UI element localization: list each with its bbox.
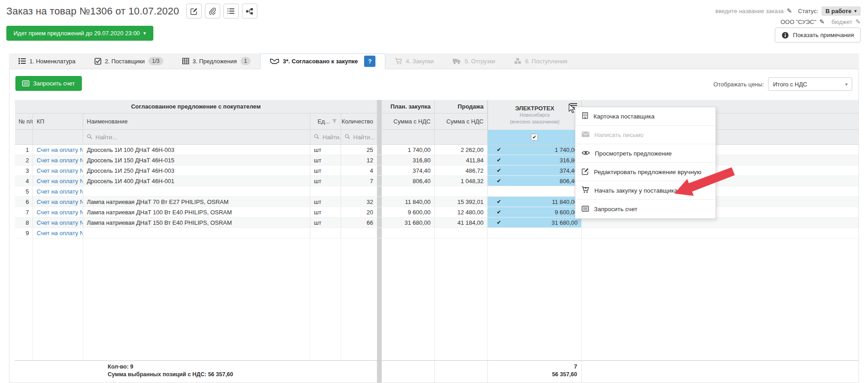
supplier-offer-cell[interactable]: ✔ 9 600,00 — [488, 207, 582, 217]
column-splitter — [377, 228, 382, 238]
invoice-link[interactable]: Счет на оплату №16 — [37, 199, 83, 205]
content-panel: Запросить счет Отображать цены: Итого с … — [9, 69, 859, 383]
column-splitter[interactable] — [377, 113, 382, 129]
plan-sum-cell — [382, 228, 435, 238]
product-name-cell: Лампа натриевая ДНаТ 100 Вт E40 PHILIPS,… — [83, 207, 310, 217]
filler-cell — [15, 238, 33, 360]
checkmark-icon: ✔ — [497, 147, 501, 153]
invoice-link[interactable]: Счет на оплату №16 — [37, 157, 83, 164]
accepting-offers-label: Идет прием предложений до 29.07.2020 23:… — [14, 30, 140, 37]
invoice-link[interactable]: Счет на оплату №16 — [37, 167, 83, 174]
search-unit-input[interactable]: Найти... — [310, 130, 341, 144]
invoice-link[interactable]: Счет на оплату №16 — [37, 209, 83, 216]
table-row: 1 Счет на оплату №16 Дроссель 1И 100 ДНа… — [15, 145, 859, 155]
tab-offers[interactable]: 3. Предложения 1 — [173, 53, 260, 69]
column-splitter — [377, 155, 382, 165]
product-name-cell: Дроссель 1И 250 ДНаТ 46Н-003 — [83, 165, 310, 175]
show-notes-button[interactable]: Показать примечания — [775, 28, 861, 43]
tab-shipments: 5. Отгрузки — [443, 53, 505, 69]
filter-icon[interactable] — [332, 118, 337, 125]
column-splitter[interactable] — [377, 130, 382, 144]
column-splitter[interactable] — [377, 100, 382, 113]
sale-sum-cell: 2 262,00 — [435, 145, 488, 155]
column-splitter — [377, 145, 382, 155]
footer-empty — [382, 361, 435, 383]
chevron-down-icon: ▾ — [143, 30, 146, 36]
filler-cell — [435, 238, 488, 360]
search-icon — [314, 134, 319, 141]
tab-purchases: 4. Закупки — [385, 53, 443, 69]
supplier-offer-cell[interactable]: ✔ 1 740,00 — [488, 145, 582, 155]
invoice-link[interactable]: Счет на оплату №16 — [37, 219, 83, 226]
product-name-cell: Дроссель 1И 100 ДНаТ 46Н-003 — [83, 145, 310, 155]
order-list-button[interactable] — [223, 4, 239, 19]
supplier-offer-cell[interactable]: ✔ — [488, 228, 582, 238]
supplier-offer-cell[interactable]: ✔ — [488, 186, 582, 196]
supplier-column-header[interactable]: ЭЛЕКТРОТЕХ Новосибирск (внесено заказчик… — [488, 100, 582, 130]
menu-item-label: Карточка поставщика — [593, 113, 655, 120]
supplier-offer-cell[interactable]: ✔ 316,80 — [488, 155, 582, 165]
invoice-link[interactable]: Счет на оплату №16 — [37, 188, 83, 195]
kp-cell: Счет на оплату №16 — [33, 207, 83, 217]
product-name-cell: Дроссель 1И 150 ДНаТ 46Н-015 — [83, 155, 310, 165]
accepting-offers-button[interactable]: Идет прием предложений до 29.07.2020 23:… — [6, 26, 153, 41]
tab-badge: 1/3 — [148, 57, 163, 65]
invoice-link[interactable]: Счет на оплату №16 — [37, 147, 83, 153]
invoice-link[interactable]: Счет на оплату №16 — [37, 230, 83, 236]
menu-item-request-invoice[interactable]: Запросить счет — [575, 200, 716, 218]
supplier-total-count: 7 — [491, 363, 577, 371]
menu-item-supplier-card[interactable]: Карточка поставщика — [575, 107, 716, 126]
quantity-cell — [341, 186, 377, 196]
totals-left: Кол-во: 9 Сумма выбранных позиций с НДС:… — [15, 361, 377, 383]
request-invoice-button[interactable]: Запросить счет — [15, 76, 82, 91]
tab-approved-for-purchase[interactable]: 3*. Согласовано к закупке ? — [260, 53, 385, 69]
search-quantity-input[interactable]: Найти... — [341, 130, 377, 144]
edit-pencil-icon[interactable]: ✎ — [787, 7, 792, 14]
attachments-button[interactable] — [205, 4, 220, 19]
edit-order-button[interactable] — [186, 4, 202, 19]
column-splitter — [377, 238, 382, 360]
search-icon — [345, 134, 350, 141]
menu-item-view-offer[interactable]: Просмотреть предложение — [575, 144, 716, 163]
edit-budget-icon[interactable]: ✎ — [855, 18, 861, 25]
search-empty — [15, 130, 33, 144]
select-all-supplier-cell: ✔ — [488, 130, 582, 144]
supplier-offer-cell[interactable]: ✔ 31 680,00 — [488, 218, 582, 227]
chevron-down-icon: ▾ — [854, 8, 857, 14]
search-empty — [33, 130, 83, 144]
structure-button[interactable] — [242, 4, 257, 19]
menu-item-label: Начать закупку у поставщика — [594, 187, 678, 194]
column-splitter — [377, 207, 382, 217]
order-name-placeholder[interactable]: введите название заказа — [716, 8, 784, 14]
unit-cell — [310, 186, 341, 196]
tab-label: 3. Предложения — [193, 58, 237, 65]
sale-sum-cell: 41 184,00 — [435, 218, 488, 227]
display-prices-select[interactable]: Итого с НДС ▾ — [768, 77, 852, 91]
invoice-link[interactable]: Счет на оплату №16 — [37, 178, 83, 184]
edit-company-icon[interactable]: ✎ — [820, 18, 825, 25]
status-dropdown[interactable]: В работе ▾ — [821, 6, 861, 16]
tab-suppliers[interactable]: 2. Поставщики 1/3 — [85, 53, 173, 69]
unit-cell — [310, 228, 341, 238]
column-plan-sum: Сумма с НДС — [382, 113, 435, 129]
tab-bar: 1. Номенклатура 2. Поставщики 1/3 3. Пре… — [9, 53, 859, 69]
search-name-input[interactable]: Найти... — [83, 130, 310, 144]
checkmark-icon: ✔ — [497, 178, 501, 184]
supplier-offer-cell[interactable]: ✔ 11 840,00 — [488, 197, 582, 207]
footer-empty — [582, 361, 859, 383]
unit-cell: шт — [310, 207, 341, 217]
column-splitter — [377, 186, 382, 196]
invoice-icon — [22, 80, 29, 86]
supplier-offer-cell[interactable]: ✔ 374,40 — [488, 165, 582, 175]
handshake-icon — [270, 58, 279, 65]
supplier-offer-cell[interactable]: ✔ 806,40 — [488, 176, 582, 186]
building-icon — [582, 112, 588, 120]
paperclip-icon — [209, 8, 216, 15]
select-all-checkbox[interactable]: ✔ — [531, 134, 538, 141]
sale-sum-cell: 12 480,00 — [435, 207, 488, 217]
search-placeholder: Найти... — [323, 134, 341, 141]
edit-icon — [582, 168, 589, 176]
column-splitter — [377, 176, 382, 186]
tab-nomenclature[interactable]: 1. Номенклатура — [9, 53, 85, 69]
help-button[interactable]: ? — [364, 56, 375, 67]
